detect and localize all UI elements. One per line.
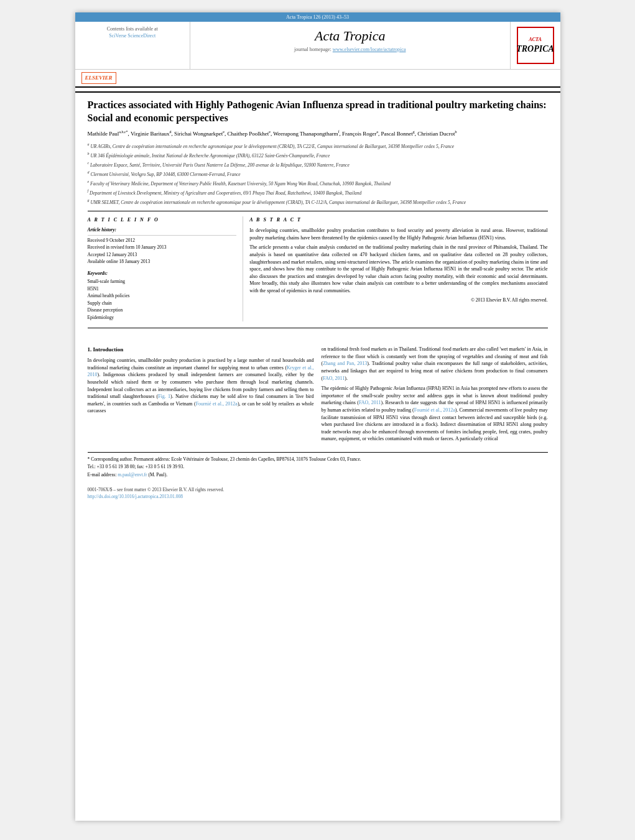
divider [88, 211, 548, 211]
footnote-3: E-mail address: m.paul@envt.fr (M. Paul)… [88, 472, 548, 479]
journal-name: Acta Tropica [197, 27, 504, 46]
footnote-section: * Corresponding author. Permanent addres… [88, 452, 548, 485]
contents-text: Contents lists available at [81, 25, 184, 32]
copyright: © 2013 Elsevier B.V. All rights reserved… [249, 297, 547, 304]
email-link[interactable]: m.paul@envt.fr [118, 472, 147, 478]
abstract-para-1: In developing countries, smallholder pou… [249, 227, 547, 241]
journal-title-block: Acta Tropica journal homepage: www.elsev… [190, 22, 511, 69]
abstract-heading: A B S T R A C T [249, 216, 547, 223]
journal-header: Acta Tropica 126 (2013) 43–53 Contents l… [75, 12, 560, 93]
footnote-2: Tel.: +33 0 5 61 19 38 00; fax: +33 0 5 … [88, 464, 548, 471]
affil-a: a UR AGIRs, Centre de coopération intern… [88, 142, 548, 150]
affil-g: g UMR SELMET, Centre de coopération inte… [88, 198, 548, 206]
intro-para-1: In developing countries, smallholder pou… [88, 357, 314, 415]
affil-b: b UR 346 Épidémiologie animale, Institut… [88, 151, 548, 159]
homepage-label: journal homepage: [294, 47, 331, 52]
abstract-text: In developing countries, smallholder pou… [249, 227, 547, 303]
intro-heading: 1. Introduction [88, 346, 314, 354]
journal-page: Acta Tropica 126 (2013) 43–53 Contents l… [75, 12, 560, 821]
intro-para-2: on traditional fresh food markets as in … [322, 346, 548, 382]
journal-sciverse: Contents lists available at SciVerse Sci… [75, 22, 191, 69]
received-revised-date: Received in revised form 10 January 2013 [88, 244, 237, 251]
keyword-2: H5N1 [88, 286, 237, 293]
doi-copyright: 0001-706X/$ – see front matter © 2013 El… [88, 487, 548, 494]
ref-fournie1[interactable]: Fournié et al., 2012a [196, 401, 238, 407]
article-info-heading: A R T I C L E I N F O [88, 216, 237, 223]
elsevier-logo: ELSEVIER [81, 72, 116, 84]
keyword-6: Epidemiology [88, 315, 237, 321]
footnote-1: * Corresponding author. Permanent addres… [88, 456, 548, 463]
ref-fao1[interactable]: FAO, 2011 [323, 376, 345, 381]
journal-meta: Contents lists available at SciVerse Sci… [75, 22, 560, 70]
body-section: 1. Introduction In developing countries,… [75, 339, 560, 452]
keyword-5: Disease perception [88, 307, 237, 314]
logo-mid: TROPICA [516, 43, 554, 55]
body-col-right: on traditional fresh food markets as in … [322, 346, 548, 446]
affil-f: f Department of Livestock Development, M… [88, 188, 548, 196]
abstract-section: A B S T R A C T In developing countries,… [249, 216, 547, 321]
abstract-para-2: The article presents a value chain analy… [249, 244, 547, 294]
divider-2 [88, 328, 548, 328]
logo-top: ACTA [529, 36, 541, 43]
info-section: A R T I C L E I N F O Article history: R… [88, 216, 548, 321]
history-title: Article history: [88, 227, 237, 236]
keyword-1: Small-scale farming [88, 279, 237, 285]
keywords-title: Keywords: [88, 270, 237, 277]
ref-kryger[interactable]: Kryger et al., 2010 [88, 365, 314, 378]
authors: Mathilde Paula,b,c*, Virginie Baritauxd,… [88, 129, 548, 138]
logo-box: ACTA TROPICA [517, 27, 554, 64]
keyword-4: Supply chain [88, 300, 237, 307]
accepted-date: Accepted 12 January 2013 [88, 252, 237, 259]
sciverse-link[interactable]: SciVerse ScienceDirect [109, 33, 155, 39]
elsevier-bar: ELSEVIER [75, 70, 560, 88]
article-title: Practices associated with Highly Pathoge… [88, 99, 548, 125]
keyword-3: Animal health policies [88, 293, 237, 300]
affil-c: c Laboratoire Espace, Santé, Territoire,… [88, 160, 548, 168]
homepage-url[interactable]: www.elsevier.com/locate/actatropica [333, 47, 406, 52]
affil-e: e Faculty of Veterinary Medicine, Depart… [88, 179, 548, 187]
ref-fig1[interactable]: Fig. 1 [158, 394, 170, 399]
doi-link-container: http://dx.doi.org/10.1016/j.actatropica.… [88, 494, 548, 501]
article-history: Article history: Received 9 October 2012… [88, 227, 237, 265]
ref-fao2[interactable]: FAO, 2011 [359, 400, 381, 405]
journal-volume-info: Acta Tropica 126 (2013) 43–53 [286, 14, 349, 20]
keywords-section: Keywords: Small-scale farming H5N1 Anima… [88, 270, 237, 321]
received-date: Received 9 October 2012 [88, 238, 237, 244]
article-info: A R T I C L E I N F O Article history: R… [88, 216, 244, 321]
affil-d: d Clermont Université, VetAgro Sup, BP 1… [88, 170, 548, 178]
body-col-left: 1. Introduction In developing countries,… [88, 346, 314, 446]
doi-bar: 0001-706X/$ – see front matter © 2013 El… [75, 484, 560, 502]
homepage-link: journal homepage: www.elsevier.com/locat… [197, 46, 504, 53]
journal-top-bar: Acta Tropica 126 (2013) 43–53 [75, 12, 560, 22]
available-date: Available online 18 January 2013 [88, 259, 237, 265]
ref-zhang[interactable]: Zhang and Pan, 2013 [323, 361, 367, 366]
article-content: Practices associated with Highly Pathoge… [75, 93, 560, 339]
doi-link[interactable]: http://dx.doi.org/10.1016/j.actatropica.… [88, 494, 183, 499]
intro-para-3: The epidemic of Highly Pathogenic Avian … [322, 385, 548, 443]
ref-fournie2[interactable]: Fournié et al., 2012a [414, 407, 455, 413]
affiliations: a UR AGIRs, Centre de coopération intern… [88, 142, 548, 206]
journal-logo: ACTA TROPICA [511, 22, 560, 69]
